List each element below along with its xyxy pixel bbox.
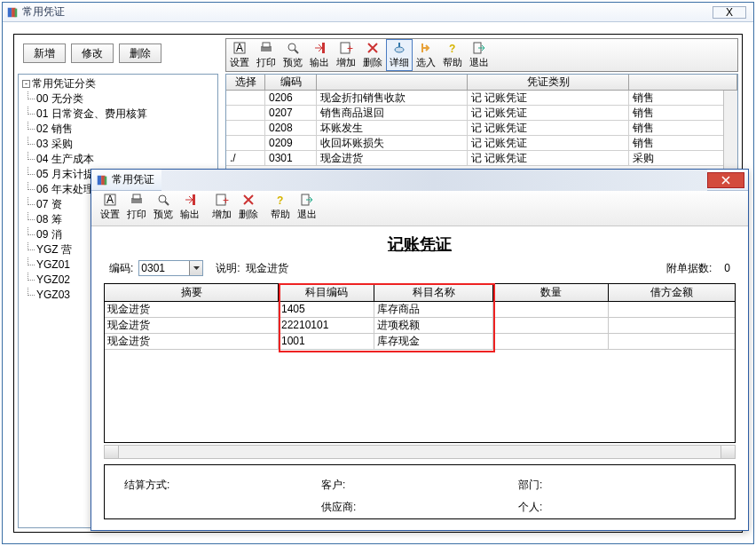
svg-text:?: ?: [277, 194, 283, 207]
table-row[interactable]: 0206现金折扣销售收款记 记账凭证销售: [226, 91, 737, 106]
tree-node[interactable]: 03 采购: [20, 137, 216, 152]
svg-rect-13: [398, 43, 400, 47]
settings-button[interactable]: A设置: [226, 39, 253, 71]
exit-button[interactable]: 退出: [466, 39, 492, 71]
edit-button[interactable]: 修改: [71, 44, 114, 63]
tree-node[interactable]: 00 无分类: [20, 91, 216, 107]
entry-grid: 摘要 科目编码 科目名称 数量 借方金额 现金进货1405库存商品现金进货222…: [104, 283, 736, 443]
person-label: 个人:: [518, 500, 715, 515]
app-icon: [96, 174, 108, 186]
big-buttons: 新增 修改 删除: [23, 44, 161, 63]
entry-row[interactable]: 现金进货1001库存现金: [105, 334, 735, 350]
main-toolbar: A设置 打印 预览 输出 +增加 删除 详细 选入 ?帮助 退出: [225, 38, 738, 72]
dlg-preview-button[interactable]: 预览: [150, 191, 177, 223]
output-button[interactable]: 输出: [306, 39, 333, 71]
add-row-button[interactable]: +增加: [333, 39, 359, 71]
svg-text:A: A: [106, 194, 114, 206]
col-select[interactable]: 选择: [226, 75, 265, 91]
dlg-add-button[interactable]: +增加: [209, 191, 235, 223]
tree-root[interactable]: -常用凭证分类: [20, 76, 216, 91]
table-row[interactable]: 0207销售商品退回记 记账凭证销售: [226, 106, 737, 121]
entry-row[interactable]: 现金进货22210101进项税额: [105, 318, 735, 334]
egcol-qty[interactable]: 数量: [493, 284, 609, 302]
svg-rect-0: [8, 7, 12, 17]
dialog-titlebar: 常用凭证: [91, 170, 748, 191]
add-button[interactable]: 新增: [23, 44, 66, 63]
svg-text:?: ?: [449, 43, 455, 55]
dlg-print-button[interactable]: 打印: [123, 191, 150, 223]
tree-node[interactable]: 01 日常资金、费用核算: [20, 107, 216, 122]
dialog-toolbar: A设置 打印 预览 输出 +增加 删除 ?帮助 退出: [91, 191, 748, 226]
attach-value: 0: [724, 262, 730, 274]
table-row[interactable]: 0208坏账发生记 记账凭证销售: [226, 121, 737, 136]
dlg-exit-button[interactable]: 退出: [294, 191, 320, 223]
close-button[interactable]: X: [713, 6, 746, 19]
voucher-dialog: 常用凭证 A设置 打印 预览 输出 +增加 删除 ?帮助 退出 记账凭证 编码:…: [91, 169, 749, 531]
svg-point-12: [395, 47, 404, 52]
dept-label: 部门:: [518, 478, 715, 493]
detail-button[interactable]: 详细: [386, 39, 413, 71]
preview-button[interactable]: 预览: [280, 39, 306, 71]
code-label: 编码:: [109, 261, 133, 276]
svg-rect-18: [105, 176, 107, 185]
egcol-summary[interactable]: 摘要: [105, 284, 279, 302]
tree-node[interactable]: 04 生产成本: [20, 152, 216, 167]
dlg-settings-button[interactable]: A设置: [97, 191, 123, 223]
col-type[interactable]: 凭证类别: [468, 75, 629, 91]
svg-text:+: +: [223, 194, 229, 207]
attach-label: 附单据数:: [666, 261, 712, 276]
meta-row: 编码: 说明: 现金进货 附单据数: 0: [91, 260, 748, 281]
svg-rect-6: [263, 43, 270, 47]
tree-node[interactable]: 02 销售: [20, 122, 216, 137]
table-row[interactable]: 0209收回坏账损失记 记账凭证销售: [226, 136, 737, 151]
svg-rect-25: [193, 194, 195, 205]
settle-label: 结算方式:: [124, 478, 321, 493]
svg-point-23: [159, 195, 166, 202]
customer-label: 客户:: [321, 478, 518, 493]
egcol-subjectname[interactable]: 科目名称: [374, 284, 493, 302]
col-code[interactable]: 编码: [265, 75, 317, 91]
table-row[interactable]: ./0301现金进货记 记账凭证采购: [226, 151, 737, 166]
titlebar: 常用凭证 X: [3, 3, 753, 22]
del-row-button[interactable]: 删除: [359, 39, 386, 71]
print-button[interactable]: 打印: [253, 39, 280, 71]
scroll-right-icon[interactable]: [721, 446, 735, 458]
entry-row[interactable]: 现金进货1405库存商品: [105, 302, 735, 318]
col-desc[interactable]: [317, 75, 468, 91]
window-title: 常用凭证: [22, 4, 713, 20]
app-icon: [6, 6, 19, 19]
voucher-heading: 记账凭证: [91, 226, 748, 260]
egcol-debit[interactable]: 借方金额: [609, 284, 735, 302]
svg-text:+: +: [347, 43, 353, 55]
svg-line-8: [295, 50, 298, 53]
dialog-title: 常用凭证: [112, 172, 154, 187]
svg-rect-2: [15, 8, 18, 17]
dlg-del-button[interactable]: 删除: [235, 191, 262, 223]
dialog-close-button[interactable]: [707, 172, 744, 188]
desc-label: 说明:: [216, 261, 240, 276]
supplier-label: 供应商:: [321, 500, 518, 515]
svg-rect-16: [98, 175, 101, 185]
svg-text:A: A: [236, 42, 243, 54]
titlebar-blur: [161, 170, 707, 191]
col-right[interactable]: [629, 75, 737, 91]
scroll-left-icon[interactable]: [105, 446, 119, 458]
chevron-down-icon[interactable]: [189, 261, 202, 275]
svg-point-7: [288, 44, 295, 51]
delete-button[interactable]: 删除: [119, 44, 161, 63]
desc-value: 现金进货: [246, 261, 288, 276]
horizontal-scrollbar[interactable]: [104, 445, 736, 459]
egcol-subjectcode[interactable]: 科目编码: [279, 284, 374, 302]
dlg-help-button[interactable]: ?帮助: [267, 191, 294, 223]
select-in-button[interactable]: 选入: [413, 39, 439, 71]
code-combo[interactable]: [138, 260, 203, 276]
help-button[interactable]: ?帮助: [439, 39, 466, 71]
collapse-icon[interactable]: -: [22, 80, 30, 88]
svg-rect-22: [133, 194, 140, 199]
code-input[interactable]: [139, 261, 189, 275]
bottom-info: 结算方式: 客户: 部门: 供应商: 个人:: [104, 464, 736, 519]
svg-rect-9: [322, 43, 325, 53]
dlg-output-button[interactable]: 输出: [177, 191, 203, 223]
svg-line-24: [165, 202, 169, 205]
